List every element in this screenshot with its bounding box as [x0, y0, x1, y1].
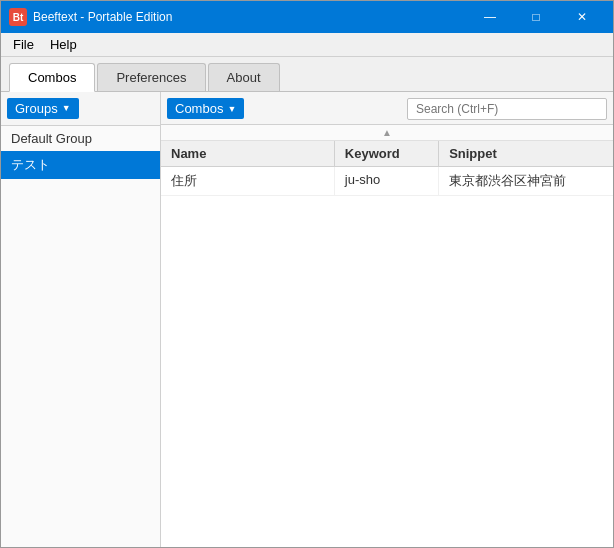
combos-dropdown-label: Combos [175, 101, 223, 116]
groups-dropdown-button[interactable]: Groups ▼ [7, 98, 79, 119]
title-bar-controls: — □ ✕ [467, 1, 605, 33]
app-window: Bt Beeftext - Portable Edition — □ ✕ Fil… [0, 0, 614, 548]
main-content: Groups ▼ Default Group テスト Combos ▼ ▲ [1, 92, 613, 547]
cell-snippet: 東京都渋谷区神宮前 [439, 167, 613, 195]
tab-bar: Combos Preferences About [1, 57, 613, 92]
window-title: Beeftext - Portable Edition [33, 10, 172, 24]
groups-dropdown-arrow-icon: ▼ [62, 103, 71, 113]
title-bar-left: Bt Beeftext - Portable Edition [9, 8, 172, 26]
file-menu[interactable]: File [5, 35, 42, 54]
tab-preferences[interactable]: Preferences [97, 63, 205, 91]
scroll-indicator: ▲ [161, 125, 613, 141]
group-list: Default Group テスト [1, 126, 160, 547]
combo-table: Name Keyword Snippet 住所 ju-sho 東京都渋谷区神宮前 [161, 141, 613, 547]
header-snippet: Snippet [439, 141, 613, 166]
app-icon: Bt [9, 8, 27, 26]
cell-name: 住所 [161, 167, 335, 195]
combos-dropdown-button[interactable]: Combos ▼ [167, 98, 244, 119]
help-menu[interactable]: Help [42, 35, 85, 54]
combos-dropdown-arrow-icon: ▼ [227, 104, 236, 114]
title-bar: Bt Beeftext - Portable Edition — □ ✕ [1, 1, 613, 33]
tab-combos[interactable]: Combos [9, 63, 95, 92]
group-item-default[interactable]: Default Group [1, 126, 160, 151]
table-row[interactable]: 住所 ju-sho 東京都渋谷区神宮前 [161, 167, 613, 196]
search-input[interactable] [407, 98, 607, 120]
tab-about[interactable]: About [208, 63, 280, 91]
maximize-button[interactable]: □ [513, 1, 559, 33]
cell-keyword: ju-sho [335, 167, 439, 195]
table-header: Name Keyword Snippet [161, 141, 613, 167]
minimize-button[interactable]: — [467, 1, 513, 33]
close-button[interactable]: ✕ [559, 1, 605, 33]
right-panel: Combos ▼ ▲ Name Keyword Snippet 住所 ju-sh… [161, 92, 613, 547]
groups-toolbar: Groups ▼ [1, 92, 160, 126]
header-name: Name [161, 141, 335, 166]
groups-dropdown-label: Groups [15, 101, 58, 116]
menu-bar: File Help [1, 33, 613, 57]
left-panel: Groups ▼ Default Group テスト [1, 92, 161, 547]
right-toolbar: Combos ▼ [161, 92, 613, 125]
header-keyword: Keyword [335, 141, 439, 166]
group-item-test[interactable]: テスト [1, 151, 160, 179]
